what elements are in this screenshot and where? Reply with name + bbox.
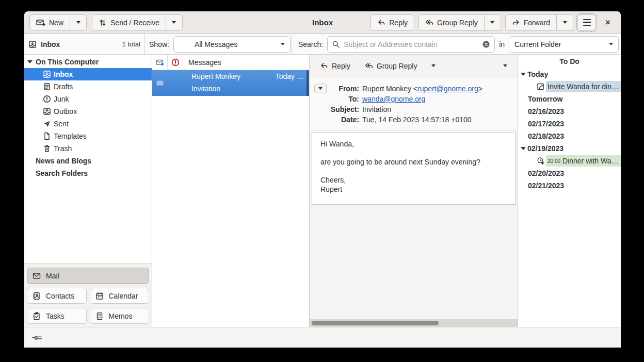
header-bar: Inbox New Send / Receive Reply xyxy=(24,11,621,34)
message-sender: Rupert Monkey xyxy=(191,72,240,80)
date-label: Date: xyxy=(327,114,359,125)
sidebar-item-label: Sent xyxy=(54,120,69,128)
todo-group-today[interactable]: Today xyxy=(518,68,621,80)
send-receive-label: Send / Receive xyxy=(110,19,159,27)
messages-column-header[interactable]: Messages xyxy=(183,58,221,67)
send-receive-icon xyxy=(99,19,107,27)
sidebar-item-sent[interactable]: Sent xyxy=(24,118,152,130)
important-icon xyxy=(171,58,180,67)
preview-toolbar: Reply Group Reply xyxy=(310,55,518,77)
body-line: are you going to be around next Sunday e… xyxy=(320,157,507,167)
scrollbar-thumb[interactable] xyxy=(312,321,439,325)
sidebar-item-inbox[interactable]: Inbox xyxy=(24,68,152,80)
todo-group-date[interactable]: 02/21/2023 xyxy=(518,179,621,192)
send-receive-button[interactable]: Send / Receive xyxy=(92,14,166,31)
in-label: in xyxy=(499,40,505,48)
hamburger-icon xyxy=(583,19,591,26)
todo-group-date[interactable]: 02/18/2023 xyxy=(518,130,621,142)
contacts-icon xyxy=(33,292,41,300)
group-reply-dropdown-button[interactable] xyxy=(485,14,501,31)
main-content: On This Computer Inbox Drafts Junk Outbo… xyxy=(24,55,621,327)
switcher-tasks-button[interactable]: Tasks xyxy=(27,308,87,324)
message-list-scrollbar[interactable] xyxy=(307,70,309,96)
switcher-mail-button[interactable]: Mail xyxy=(27,268,149,284)
switcher-calendar-button[interactable]: Calendar xyxy=(90,288,150,304)
tree-group-label: On This Computer xyxy=(36,58,99,66)
expander-icon[interactable] xyxy=(521,147,526,150)
reply-button[interactable]: Reply xyxy=(371,14,414,31)
search-input[interactable] xyxy=(344,40,478,48)
sidebar-item-drafts[interactable]: Drafts xyxy=(24,80,152,93)
reply-icon xyxy=(320,62,328,70)
collapse-headers-button[interactable] xyxy=(314,84,327,93)
tree-group-news-and-blogs[interactable]: News and Blogs xyxy=(24,155,152,167)
expander-icon[interactable] xyxy=(27,60,33,63)
todo-event-item[interactable]: 20:00 Dinner with Wa… xyxy=(518,155,621,167)
todo-group-date[interactable]: 02/20/2023 xyxy=(518,167,621,179)
switcher-memos-button[interactable]: Memos xyxy=(90,308,150,324)
forward-dropdown-button[interactable] xyxy=(557,14,573,31)
search-scope-value: Current Folder xyxy=(514,40,561,48)
clear-search-icon[interactable] xyxy=(482,40,490,48)
preview-reply-button[interactable]: Reply xyxy=(314,58,357,74)
to-email-link[interactable]: wanda@gnome.org xyxy=(362,95,425,103)
sidebar-item-label: Junk xyxy=(54,95,69,103)
sidebar-item-outbox[interactable]: Outbox xyxy=(24,105,152,118)
online-status-icon[interactable] xyxy=(31,334,43,342)
folder-tree: On This Computer Inbox Drafts Junk Outbo… xyxy=(24,55,152,263)
todo-group-date[interactable]: 02/16/2023 xyxy=(518,105,621,118)
switcher-label: Tasks xyxy=(46,312,65,320)
todo-task-item[interactable]: Invite Wanda for din… xyxy=(518,80,621,93)
todo-event-time: 20:00 xyxy=(548,158,560,164)
status-column-header[interactable] xyxy=(152,55,168,70)
preview-group-reply-dropdown[interactable] xyxy=(425,58,442,74)
from-email-link[interactable]: rupert@gnome.org xyxy=(417,85,478,93)
tree-group-search-folders[interactable]: Search Folders xyxy=(24,167,152,179)
todo-group-label: Today xyxy=(527,70,548,78)
sidebar-item-trash[interactable]: Trash xyxy=(24,142,152,155)
send-receive-dropdown-button[interactable] xyxy=(166,14,183,31)
close-button[interactable]: × xyxy=(600,14,616,31)
preview-group-reply-button[interactable]: Group Reply xyxy=(359,58,424,74)
templates-icon xyxy=(43,132,51,140)
sidebar-item-label: Templates xyxy=(54,132,87,140)
sent-icon xyxy=(43,120,51,128)
todo-group-tomorrow[interactable]: Tomorrow xyxy=(518,93,621,105)
drafts-icon xyxy=(43,83,51,91)
menu-button[interactable] xyxy=(577,14,596,31)
horizontal-scrollbar[interactable] xyxy=(310,319,518,327)
preview-more-actions-dropdown[interactable] xyxy=(497,58,513,74)
new-button[interactable]: New xyxy=(29,14,70,31)
group-reply-button[interactable]: Group Reply xyxy=(418,14,485,31)
show-filter-dropdown[interactable]: All Messages xyxy=(173,36,291,53)
chevron-down-icon xyxy=(609,43,613,45)
group-reply-label: Group Reply xyxy=(437,19,478,27)
todo-group-label: 02/20/2023 xyxy=(528,169,564,177)
body-line: Rupert xyxy=(320,185,507,194)
tasks-icon xyxy=(33,312,41,320)
todo-group-date-expanded[interactable]: 02/19/2023 xyxy=(518,142,621,155)
todo-group-date[interactable]: 02/17/2023 xyxy=(518,118,621,130)
tree-group-on-this-computer[interactable]: On This Computer xyxy=(24,56,152,68)
preview-group-reply-label: Group Reply xyxy=(377,62,417,70)
show-label: Show: xyxy=(149,40,169,48)
search-scope-dropdown[interactable]: Current Folder xyxy=(509,36,619,53)
sidebar: On This Computer Inbox Drafts Junk Outbo… xyxy=(24,55,152,327)
preview-empty-area xyxy=(310,205,518,319)
forward-button[interactable]: Forward xyxy=(505,14,557,31)
new-split-button: New xyxy=(29,14,87,31)
message-row[interactable]: Rupert Monkey Today … Invitation xyxy=(152,70,309,96)
message-list: Messages Rupert Monkey Today … Invitatio… xyxy=(152,55,310,327)
date-value: Tue, 14 Feb 2023 14:57:18 +0100 xyxy=(362,114,472,125)
sidebar-item-junk[interactable]: Junk xyxy=(24,93,152,105)
appointment-icon xyxy=(537,157,545,165)
todo-group-label: 02/16/2023 xyxy=(528,107,564,116)
importance-column-header[interactable] xyxy=(168,55,183,70)
new-mail-icon xyxy=(36,19,45,27)
new-dropdown-button[interactable] xyxy=(70,14,87,31)
group-reply-split-button: Group Reply xyxy=(418,14,501,31)
sidebar-item-templates[interactable]: Templates xyxy=(24,130,152,142)
switcher-contacts-button[interactable]: Contacts xyxy=(27,288,87,304)
switcher-label: Contacts xyxy=(46,292,74,300)
expander-icon[interactable] xyxy=(521,73,526,76)
